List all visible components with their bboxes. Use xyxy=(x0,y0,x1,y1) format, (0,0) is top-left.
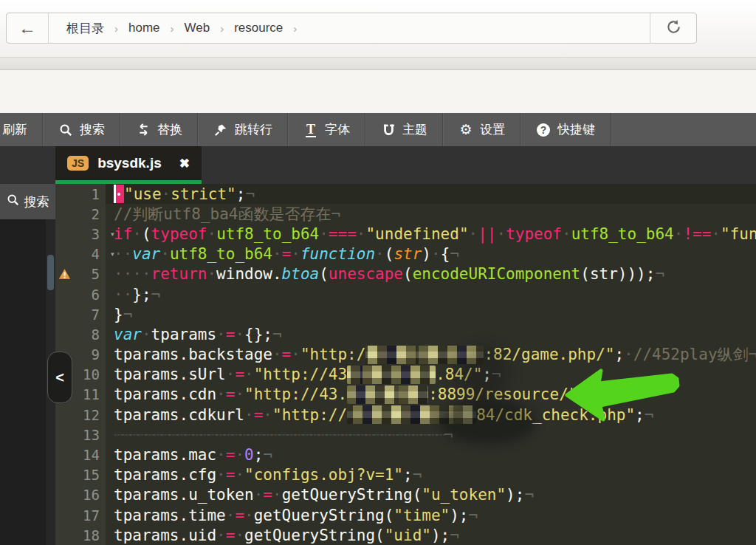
code-token: return xyxy=(151,265,207,283)
back-button[interactable]: ← xyxy=(7,13,49,43)
code-token: unescape xyxy=(329,265,403,283)
censored-blur-patch xyxy=(347,366,436,384)
line-number: 17 xyxy=(83,507,100,524)
sidebar-collapse-handle[interactable]: < xyxy=(47,352,72,403)
toolbar-item-shortcuts[interactable]: ?快捷键 xyxy=(520,113,611,146)
code-token: var xyxy=(114,326,142,343)
toolbar-item-goto[interactable]: 跳转行 xyxy=(198,113,288,146)
code-token: } xyxy=(114,306,123,323)
code-token: · xyxy=(272,245,282,263)
code-token: tparams.cfg xyxy=(114,466,216,484)
code-text: tparams.cfg·=·"configs.obj?v=1";¬ xyxy=(106,466,422,484)
gutter-cell: 2 xyxy=(55,204,106,224)
code-text: ··};¬ xyxy=(106,286,160,304)
code-token: ¬ xyxy=(450,245,459,263)
code-line: 5····return·window.btoa(unescape(encodeU… xyxy=(55,264,756,284)
code-token: "u_token" xyxy=(422,486,506,504)
breadcrumb-item[interactable]: 根目录 xyxy=(66,20,104,37)
code-token: = xyxy=(235,366,244,383)
code-line: 16tparams.u_token·=·getQueryString("u_to… xyxy=(55,485,756,505)
code-token: .84/" xyxy=(436,366,482,383)
breadcrumb-bar: ← 根目录›home›Web›resource› xyxy=(6,13,697,44)
code-token: ¬ xyxy=(444,426,453,444)
code-token: = xyxy=(226,446,236,464)
code-token: {}; xyxy=(244,326,272,343)
search-icon xyxy=(7,193,19,210)
code-token: ···· xyxy=(114,265,151,283)
code-text: if·(typeof·utf8_to_b64·===·"undefined"·|… xyxy=(106,225,756,243)
toolbar-item-replace[interactable]: 替换 xyxy=(120,113,198,146)
line-number: 5 xyxy=(92,266,100,282)
toolbar-item-theme[interactable]: 主题 xyxy=(365,113,443,146)
code-text: "use·strict";¬ xyxy=(106,185,255,203)
code-token: · xyxy=(319,225,329,243)
code-token: === xyxy=(329,225,357,243)
breadcrumb-separator: › xyxy=(171,22,174,35)
replace-icon xyxy=(136,123,151,137)
code-token: ¬ xyxy=(492,366,501,383)
fold-arrow-icon[interactable]: ▾ xyxy=(110,229,115,239)
code-token: (str))); xyxy=(580,265,655,283)
code-token: tparams.time xyxy=(114,507,226,524)
blank-strip xyxy=(0,70,756,113)
code-token: · xyxy=(244,366,254,383)
code-token: ( xyxy=(319,265,329,283)
code-token: 84/cdk_check.php" xyxy=(476,406,635,424)
code-token: · xyxy=(235,446,244,464)
gutter-cell: 7 xyxy=(55,304,106,324)
gutter-cell: 13 xyxy=(55,425,106,445)
code-token: · xyxy=(244,507,254,524)
code-token: ¬ xyxy=(331,205,340,223)
code-token: //判断utf8_ba4函数是否存在 xyxy=(114,204,331,224)
toolbar-item-label: 主题 xyxy=(402,121,427,138)
code-token: ¬ xyxy=(469,507,478,524)
code-token: }; xyxy=(132,286,151,304)
tab-close-icon[interactable]: ✖ xyxy=(179,156,190,171)
breadcrumb-item[interactable]: Web xyxy=(185,21,210,35)
code-token: · xyxy=(272,346,282,363)
code-token: = xyxy=(282,346,292,363)
gutter-cell: 16 xyxy=(55,485,106,505)
code-token: · xyxy=(674,225,684,243)
toolbar-item-font[interactable]: T字体 xyxy=(288,113,365,146)
code-token: "use xyxy=(124,185,162,203)
fold-arrow-icon[interactable]: ▾ xyxy=(110,249,115,259)
gutter-cell: 12 xyxy=(55,405,106,425)
tab-bsysdk-js[interactable]: JS bsysdk.js ✖ xyxy=(55,146,202,184)
code-token: ¬ xyxy=(450,527,459,544)
refresh-button[interactable] xyxy=(650,13,696,43)
code-token: getQueryString( xyxy=(254,507,394,524)
sidebar-scrollbar-thumb[interactable] xyxy=(47,255,54,290)
refresh-icon xyxy=(665,18,682,38)
sidebar-search-button[interactable]: 搜索 xyxy=(0,184,55,219)
code-token: var xyxy=(132,245,160,263)
code-token: btoa xyxy=(282,265,320,283)
code-token: utf8_to_b64 xyxy=(170,245,272,263)
gutter-cell: 17 xyxy=(55,505,106,525)
code-token: tparams xyxy=(151,326,217,343)
code-line: 2//判断utf8_ba4函数是否存在¬ xyxy=(55,204,756,224)
toolbar-item-search[interactable]: 搜索 xyxy=(43,113,120,146)
code-token: "uid" xyxy=(385,527,431,544)
back-arrow-icon: ← xyxy=(18,19,36,37)
toolbar-item-settings[interactable]: ⚙设置 xyxy=(443,113,520,146)
breadcrumb-item[interactable]: resource xyxy=(234,21,283,35)
code-token: typeof xyxy=(151,225,207,243)
code-token: typeof xyxy=(506,225,562,243)
code-token: · xyxy=(142,326,151,343)
gutter-cell: 18 xyxy=(55,525,106,545)
code-text: tparams.mac·=·0;¬ xyxy=(106,446,272,464)
toolbar-item-refresh[interactable]: 刷新 xyxy=(0,113,43,146)
breadcrumb-item[interactable]: home xyxy=(128,21,160,35)
code-editor[interactable]: 1"use·strict";¬2//判断utf8_ba4函数是否存在¬3▾if·… xyxy=(55,184,756,545)
chevron-left-icon: < xyxy=(55,369,64,386)
code-token: :8899/resource/" xyxy=(428,385,577,403)
code-token: tparams.mac xyxy=(114,446,216,464)
breadcrumb-separator: › xyxy=(220,22,224,35)
code-token: utf8_to_b64 xyxy=(571,225,674,243)
toolbar-item-label: 字体 xyxy=(325,121,350,138)
line-number: 4 xyxy=(92,246,100,262)
code-token: · xyxy=(244,406,254,424)
tab-bar: JS bsysdk.js ✖ xyxy=(0,146,756,184)
code-token: · xyxy=(216,385,226,403)
